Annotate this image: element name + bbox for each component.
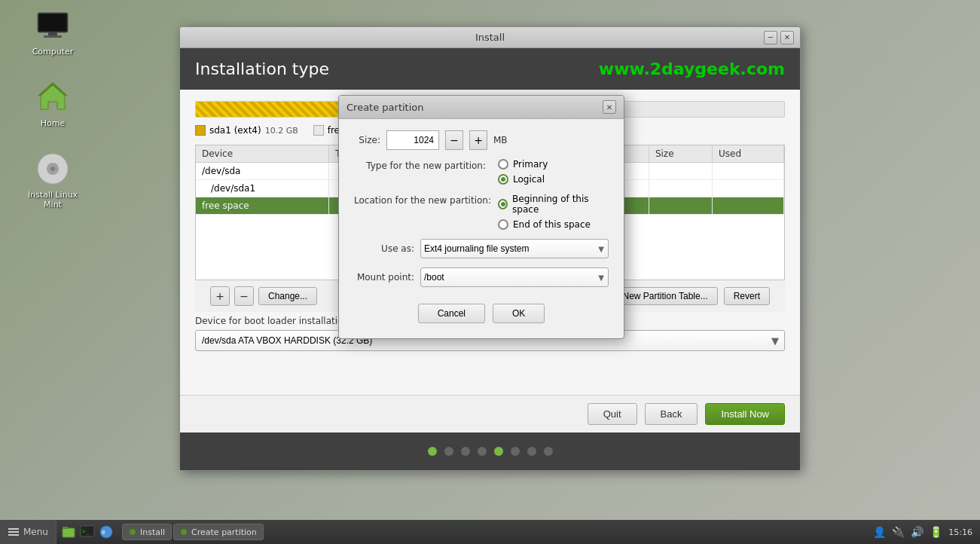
size-input[interactable] — [386, 130, 439, 150]
col-device: Device — [196, 145, 329, 163]
sda1-size — [649, 180, 712, 197]
footer-dot-2 — [444, 447, 453, 456]
create-partition-dialog: Create partition ✕ Size: − + MB Type for… — [338, 95, 624, 339]
location-label: Location for the new partition: — [354, 194, 486, 206]
radio-end-label: End of this space — [513, 219, 591, 230]
free-used — [712, 197, 783, 215]
location-row: Location for the new partition: Beginnin… — [354, 194, 609, 230]
remove-partition-button[interactable]: − — [234, 286, 254, 306]
menu-label: Menu — [23, 527, 48, 537]
radio-logical-inner — [501, 177, 505, 182]
legend-sda1: sda1 (ext4) 10.2 GB — [195, 125, 298, 136]
svg-point-8 — [50, 167, 55, 171]
svg-rect-9 — [8, 528, 19, 530]
mount-point-select[interactable]: /boot — [420, 267, 609, 287]
use-as-row: Use as: Ext4 journaling file system ▼ — [354, 239, 609, 258]
radio-logical[interactable]: Logical — [498, 174, 548, 185]
install-mint-icon-label: Install Linux Mint — [23, 190, 83, 209]
footer-dot-6 — [511, 447, 520, 456]
size-decrease-button[interactable]: − — [445, 130, 463, 150]
quit-button[interactable]: Quit — [588, 403, 637, 425]
radio-primary-label: Primary — [513, 159, 548, 170]
back-button[interactable]: Back — [645, 403, 698, 425]
desktop-icon-install-mint[interactable]: Install Linux Mint — [23, 151, 83, 209]
taskbar-item-install[interactable]: Install — [122, 524, 172, 540]
window-controls: − ✕ — [764, 31, 794, 44]
action-buttons: Quit Back Install Now — [180, 395, 800, 432]
partition-type-row: Type for the new partition: Primary Logi… — [354, 159, 609, 185]
size-label: Size: — [354, 135, 380, 145]
website-url: www.2daygeek.com — [599, 60, 785, 78]
footer-dot-7 — [527, 447, 536, 456]
right-side-buttons: New Partition Table... Revert — [612, 287, 770, 305]
sda-used — [712, 163, 783, 180]
svg-rect-12 — [63, 528, 75, 537]
dialog-close-button[interactable]: ✕ — [603, 100, 616, 114]
home-icon-label: Home — [41, 118, 65, 128]
footer-dot-8 — [544, 447, 553, 456]
computer-icon — [35, 8, 71, 44]
footer-dot-4 — [478, 447, 487, 456]
radio-primary-circle — [498, 159, 508, 170]
user-icon: 👤 — [873, 526, 886, 538]
footer-dot-3 — [461, 447, 470, 456]
partition-type-options: Primary Logical — [498, 159, 548, 185]
menu-icon — [8, 526, 20, 538]
desktop-icon-home[interactable]: Home — [23, 79, 83, 128]
legend-color-sda1 — [195, 125, 206, 136]
mount-point-row: Mount point: /boot ▼ — [354, 267, 609, 287]
radio-primary[interactable]: Primary — [498, 159, 548, 170]
install-header: Installation type www.2daygeek.com — [180, 48, 800, 90]
svg-marker-4 — [41, 85, 65, 109]
legend-label-sda1: sda1 (ext4) — [209, 125, 261, 136]
ok-button[interactable]: OK — [493, 304, 545, 323]
svg-rect-11 — [8, 534, 19, 536]
installation-type-title: Installation type — [195, 60, 329, 78]
battery-icon: 🔋 — [930, 526, 942, 538]
use-as-select-wrapper: Ext4 journaling file system ▼ — [420, 239, 609, 258]
dialog-buttons: Cancel OK — [354, 296, 609, 327]
radio-beginning-inner — [501, 202, 505, 206]
radio-logical-label: Logical — [513, 174, 545, 185]
radio-end[interactable]: End of this space — [498, 219, 609, 230]
free-size — [649, 197, 712, 215]
desktop-icon-computer[interactable]: Computer — [23, 8, 83, 57]
minimize-button[interactable]: − — [764, 31, 777, 44]
dialog-titlebar: Create partition ✕ — [339, 96, 624, 119]
revert-button[interactable]: Revert — [724, 287, 770, 305]
install-mint-icon — [35, 151, 71, 187]
cancel-button[interactable]: Cancel — [418, 304, 485, 323]
volume-icon: 🔊 — [911, 526, 924, 538]
size-increase-button[interactable]: + — [469, 130, 487, 150]
svg-text:e: e — [102, 529, 105, 536]
taskbar-time: 15:16 — [948, 527, 972, 537]
install-now-button[interactable]: Install Now — [705, 403, 785, 425]
use-as-select[interactable]: Ext4 journaling file system — [420, 239, 609, 258]
computer-icon-label: Computer — [32, 47, 74, 57]
mount-point-select-wrapper: /boot ▼ — [420, 267, 609, 287]
sda-size — [649, 163, 712, 180]
radio-beginning[interactable]: Beginning of this space — [498, 194, 609, 215]
svg-rect-10 — [8, 531, 19, 533]
dialog-title: Create partition — [347, 102, 424, 113]
free-device: free space — [196, 197, 329, 215]
radio-beginning-label: Beginning of this space — [512, 194, 609, 215]
footer-dot-5 — [494, 447, 503, 456]
close-button[interactable]: ✕ — [780, 31, 794, 44]
add-partition-button[interactable]: + — [210, 286, 230, 306]
sda1-used — [712, 180, 783, 197]
taskbar-app-browser[interactable]: e — [98, 524, 114, 540]
new-partition-table-button[interactable]: New Partition Table... — [612, 287, 717, 305]
use-as-label: Use as: — [354, 243, 414, 254]
change-partition-button[interactable]: Change... — [258, 287, 317, 305]
install-window-titlebar: Install − ✕ — [180, 27, 800, 48]
size-row: Size: − + MB — [354, 130, 609, 150]
desktop: Computer Home Install Linux Mint — [0, 0, 980, 544]
taskbar-app-files[interactable] — [60, 524, 77, 540]
legend-color-free — [313, 125, 324, 136]
col-size: Size — [649, 145, 712, 163]
taskbar-item-create-partition[interactable]: Create partition — [173, 524, 264, 540]
install-window-title: Install — [475, 32, 505, 43]
menu-button[interactable]: Menu — [0, 520, 56, 544]
taskbar-app-terminal[interactable]: >_ — [79, 524, 96, 540]
